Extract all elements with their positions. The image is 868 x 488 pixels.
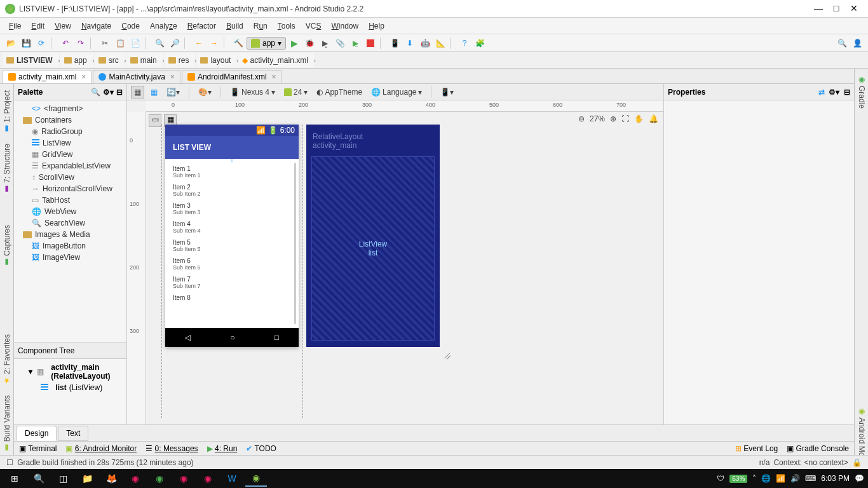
blueprint-mode-icon[interactable]: ▦ bbox=[148, 86, 160, 98]
palette-cat-images[interactable]: Images & Media bbox=[14, 229, 126, 240]
menu-file[interactable]: File bbox=[5, 20, 25, 32]
crumb-res[interactable]: res bbox=[165, 53, 196, 67]
bottom-run[interactable]: ▶ 4: Run bbox=[207, 444, 238, 453]
palette-tabhost[interactable]: ▭TabHost bbox=[14, 194, 126, 206]
strip-gradle[interactable]: ◉Gradle bbox=[857, 72, 866, 111]
device-preview[interactable]: 📶🔋6:00 LIST VIEW ↑ Item 1Sub Item 1 Item… bbox=[165, 125, 299, 347]
tab-manifest[interactable]: AndroidManifest.xml× bbox=[182, 70, 282, 83]
sync-icon[interactable]: ⟳ bbox=[34, 36, 48, 50]
find-icon[interactable]: 🔍 bbox=[153, 36, 166, 50]
stop-icon[interactable] bbox=[367, 39, 374, 47]
palette-expandablelistview[interactable]: ☰ExpandableListView bbox=[14, 160, 126, 172]
taskbar-app[interactable]: ◉ bbox=[173, 470, 194, 487]
taskbar-app[interactable]: 📁 bbox=[76, 470, 98, 487]
props-collapse-icon[interactable]: ⊟ bbox=[844, 88, 850, 97]
notifications-icon[interactable]: 🔔 bbox=[649, 114, 658, 123]
search-button[interactable]: 🔍 bbox=[28, 470, 50, 487]
coverage-icon[interactable]: ▶̤ bbox=[348, 36, 362, 50]
help-icon[interactable]: ? bbox=[458, 36, 471, 50]
design-mode-icon[interactable]: ▦ bbox=[131, 86, 144, 98]
blueprint-preview[interactable]: RelativeLayoutactivity_main ListViewlist bbox=[306, 125, 440, 347]
tree-child-list[interactable]: list (ListView) bbox=[18, 382, 123, 393]
tray-network-icon[interactable]: 🌐 bbox=[761, 474, 771, 483]
taskbar-app[interactable]: ◉ bbox=[149, 470, 170, 487]
taskbar-app[interactable]: ◉ bbox=[197, 470, 219, 487]
tray-keyboard-icon[interactable]: ⌨ bbox=[805, 474, 816, 483]
taskbar-app[interactable]: ◉ bbox=[125, 470, 146, 487]
menu-vcs[interactable]: VCS bbox=[302, 20, 325, 32]
close-tab-icon[interactable]: × bbox=[81, 72, 86, 81]
menu-run[interactable]: Run bbox=[250, 20, 271, 32]
close-tab-icon[interactable]: × bbox=[272, 72, 276, 81]
language-combo[interactable]: 🌐Language▾ bbox=[369, 86, 424, 98]
tab-design[interactable]: Design bbox=[17, 426, 57, 441]
bottom-messages[interactable]: ☰ 0: Messages bbox=[146, 444, 198, 453]
tab-mainactivity[interactable]: MainActivity.java× bbox=[93, 70, 180, 83]
palette-searchview[interactable]: 🔍SearchView bbox=[14, 217, 126, 229]
props-gear-icon[interactable]: ⚙▾ bbox=[829, 88, 839, 97]
theme-combo[interactable]: ◐AppTheme bbox=[314, 86, 365, 98]
tab-activity-main[interactable]: activity_main.xml× bbox=[3, 70, 92, 83]
palette-radiogroup[interactable]: ◉RadioGroup bbox=[14, 126, 126, 137]
scrollbar[interactable] bbox=[294, 163, 296, 324]
profile-icon[interactable]: ▶͇ bbox=[318, 36, 332, 50]
paste-icon[interactable]: 📄 bbox=[128, 36, 142, 50]
run-config-combo[interactable]: app ▾ bbox=[247, 37, 286, 50]
status-context[interactable]: Context: <no context> bbox=[773, 458, 848, 467]
palette-collapse-icon[interactable]: ⊟ bbox=[116, 88, 123, 97]
pan-icon[interactable]: ✋ bbox=[634, 114, 644, 123]
device-combo[interactable]: 📱 Nexus 4▾ bbox=[227, 86, 278, 98]
close-tab-icon[interactable]: × bbox=[170, 72, 175, 81]
select-mode-icon[interactable]: ▭ bbox=[149, 114, 161, 127]
tray-shield-icon[interactable]: 🛡 bbox=[717, 474, 724, 483]
zoom-fit-icon[interactable]: ⛶ bbox=[621, 114, 629, 123]
crumb-file[interactable]: ◆ activity_main.xml bbox=[238, 53, 314, 67]
strip-structure[interactable]: ▮7: Structure bbox=[3, 141, 11, 196]
menu-view[interactable]: View bbox=[51, 20, 75, 32]
palette-gear-icon[interactable]: ⚙▾ bbox=[103, 88, 114, 97]
menu-build[interactable]: Build bbox=[222, 20, 247, 32]
zoom-out-icon[interactable]: ⊖ bbox=[578, 114, 585, 123]
bottom-terminal[interactable]: ▣ Terminal bbox=[19, 444, 57, 453]
attach-icon[interactable]: 📎 bbox=[333, 36, 347, 50]
back-icon[interactable]: ← bbox=[192, 36, 206, 50]
strip-favorites[interactable]: ★2: Favorites bbox=[3, 332, 11, 388]
tree-root[interactable]: ▼▦ activity_main (RelativeLayout) bbox=[18, 362, 123, 382]
bottom-gradle-console[interactable]: ▣ Gradle Console bbox=[787, 444, 849, 453]
status-toggle-icon[interactable]: ☐ bbox=[6, 458, 13, 467]
undo-icon[interactable]: ↶ bbox=[58, 36, 72, 50]
zoom-in-icon[interactable]: ⊕ bbox=[610, 114, 616, 123]
api-combo[interactable]: 24▾ bbox=[281, 86, 310, 98]
avd-icon[interactable]: 📱 bbox=[388, 36, 402, 50]
menu-navigate[interactable]: Navigate bbox=[78, 20, 115, 32]
palette-webview[interactable]: 🌐WebView bbox=[14, 206, 126, 217]
start-button[interactable]: ⊞ bbox=[4, 470, 25, 487]
menu-tools[interactable]: Tools bbox=[274, 20, 299, 32]
palette-fragment[interactable]: <><fragment> bbox=[14, 103, 126, 114]
make-icon[interactable]: 🔨 bbox=[231, 36, 245, 50]
save-icon[interactable]: 💾 bbox=[19, 36, 33, 50]
bp-listview[interactable]: ListViewlist bbox=[311, 156, 435, 341]
copy-icon[interactable]: 📋 bbox=[113, 36, 127, 50]
crumb-src[interactable]: src bbox=[95, 53, 125, 67]
forward-icon[interactable]: → bbox=[207, 36, 221, 50]
maximize-button[interactable]: □ bbox=[827, 3, 845, 15]
open-icon[interactable]: 📂 bbox=[4, 36, 18, 50]
tray-volume-icon[interactable]: 🔊 bbox=[790, 474, 800, 483]
redo-icon[interactable]: ↷ bbox=[74, 36, 88, 50]
palette-scrollview[interactable]: ↕ScrollView bbox=[14, 172, 126, 183]
taskbar-app[interactable]: W bbox=[221, 470, 243, 487]
palette-cat-containers[interactable]: Containers bbox=[14, 114, 126, 126]
minimize-button[interactable]: — bbox=[810, 3, 827, 15]
crumb-main[interactable]: main bbox=[126, 53, 163, 67]
resize-handle-icon[interactable] bbox=[441, 348, 451, 358]
bottom-todo[interactable]: ✔ TODO bbox=[246, 444, 276, 453]
palette-tree[interactable]: <><fragment> Containers ◉RadioGroup List… bbox=[14, 100, 126, 342]
tray-clock[interactable]: 6:03 PM bbox=[821, 474, 850, 483]
menu-edit[interactable]: Edit bbox=[27, 20, 48, 32]
palette-gridview[interactable]: ▦GridView bbox=[14, 149, 126, 160]
props-swap-icon[interactable]: ⇄ bbox=[818, 88, 825, 97]
task-view-button[interactable]: ◫ bbox=[52, 470, 74, 487]
crumb-app[interactable]: app bbox=[60, 53, 93, 67]
bottom-event-log[interactable]: ⊞ Event Log bbox=[735, 444, 778, 453]
